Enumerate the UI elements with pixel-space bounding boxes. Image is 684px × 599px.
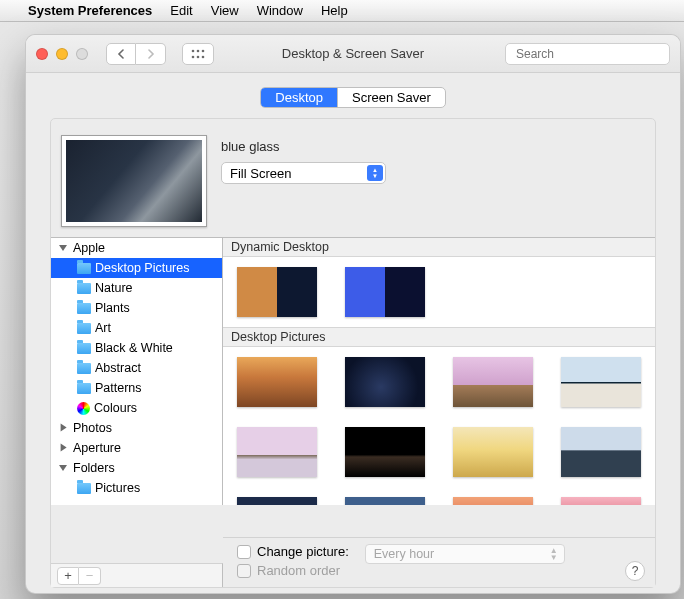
- folder-icon: [77, 483, 91, 494]
- colorwheel-icon: [77, 402, 90, 415]
- desktop-panel: blue glass Fill Screen ▲▼ Apple Desktop …: [50, 118, 656, 588]
- svg-point-2: [202, 49, 205, 52]
- svg-point-0: [192, 49, 195, 52]
- change-interval-select: Every hour ▲▼: [365, 544, 565, 564]
- current-wallpaper-preview: [61, 135, 207, 227]
- tree-label: Colours: [94, 401, 137, 415]
- tree-colours[interactable]: Colours: [51, 398, 222, 418]
- svg-point-4: [197, 55, 200, 58]
- thumb-city-night[interactable]: [345, 427, 425, 477]
- thumb-partial-1[interactable]: [237, 497, 317, 505]
- prefs-window: Desktop & Screen Saver Desktop Screen Sa…: [25, 34, 681, 594]
- chevron-right-icon: [147, 49, 155, 59]
- minimize-button[interactable]: [56, 48, 68, 60]
- thumb-mojave-day[interactable]: [237, 357, 317, 407]
- back-button[interactable]: [106, 43, 136, 65]
- tree-label: Abstract: [95, 361, 141, 375]
- random-order-label: Random order: [257, 563, 340, 578]
- add-folder-button[interactable]: +: [57, 567, 79, 585]
- svg-point-5: [202, 55, 205, 58]
- forward-button[interactable]: [136, 43, 166, 65]
- change-picture-row: Change picture:: [237, 544, 349, 559]
- thumb-desert-rock[interactable]: [453, 357, 533, 407]
- tree-label: Pictures: [95, 481, 140, 495]
- folder-icon: [77, 383, 91, 394]
- svg-point-1: [197, 49, 200, 52]
- menu-edit[interactable]: Edit: [170, 3, 192, 18]
- menu-help[interactable]: Help: [321, 3, 348, 18]
- thumb-dynamic-mojave[interactable]: [237, 267, 317, 317]
- interval-value: Every hour: [374, 547, 434, 561]
- close-button[interactable]: [36, 48, 48, 60]
- folder-icon: [77, 283, 91, 294]
- menu-window[interactable]: Window: [257, 3, 303, 18]
- tab-desktop[interactable]: Desktop: [261, 88, 337, 107]
- desktop-thumbs: [223, 347, 655, 505]
- tree-desktop-pictures[interactable]: Desktop Pictures: [51, 258, 222, 278]
- thumbnail-area[interactable]: Dynamic Desktop Desktop Pictures: [223, 238, 655, 505]
- tree-label: Plants: [95, 301, 130, 315]
- thumb-rock-sea[interactable]: [237, 427, 317, 477]
- tree-art[interactable]: Art: [51, 318, 222, 338]
- app-name-menu[interactable]: System Preferences: [28, 3, 152, 18]
- dynamic-thumbs: [223, 257, 655, 327]
- tree-label: Aperture: [73, 441, 121, 455]
- split-area: Apple Desktop Pictures Nature Plants Art…: [51, 237, 655, 505]
- folder-icon: [77, 323, 91, 334]
- show-all-button[interactable]: [182, 43, 214, 65]
- fit-mode-value: Fill Screen: [230, 166, 291, 181]
- tab-control: Desktop Screen Saver: [260, 87, 445, 108]
- zoom-button: [76, 48, 88, 60]
- traffic-lights: [36, 48, 88, 60]
- svg-point-3: [192, 55, 195, 58]
- disclosure-right-icon: [61, 443, 67, 451]
- help-button[interactable]: ?: [625, 561, 645, 581]
- tabs-row: Desktop Screen Saver: [26, 73, 680, 118]
- wallpaper-name: blue glass: [221, 139, 386, 154]
- tree-apple[interactable]: Apple: [51, 238, 222, 258]
- dropdown-arrows-icon: ▲▼: [550, 548, 558, 561]
- thumb-dynamic-solar[interactable]: [345, 267, 425, 317]
- folder-icon: [77, 343, 91, 354]
- search-input[interactable]: [516, 47, 666, 61]
- tree-patterns[interactable]: Patterns: [51, 378, 222, 398]
- search-field-wrap[interactable]: [505, 43, 670, 65]
- dropdown-stepper-icon: ▲▼: [367, 165, 383, 181]
- menu-view[interactable]: View: [211, 3, 239, 18]
- titlebar: Desktop & Screen Saver: [26, 35, 680, 73]
- folder-icon: [77, 263, 91, 274]
- grid-icon: [191, 49, 205, 59]
- thumb-mojave-night[interactable]: [345, 357, 425, 407]
- tree-nature[interactable]: Nature: [51, 278, 222, 298]
- section-dynamic-desktop: Dynamic Desktop: [223, 238, 655, 257]
- tree-photos[interactable]: Photos: [51, 418, 222, 438]
- thumb-partial-4[interactable]: [561, 497, 641, 505]
- source-tree[interactable]: Apple Desktop Pictures Nature Plants Art…: [51, 238, 223, 505]
- tree-label: Apple: [73, 241, 105, 255]
- thumb-partial-3[interactable]: [453, 497, 533, 505]
- random-order-row: Random order: [237, 563, 349, 578]
- tree-aperture[interactable]: Aperture: [51, 438, 222, 458]
- tree-abstract[interactable]: Abstract: [51, 358, 222, 378]
- remove-folder-button: −: [79, 567, 101, 585]
- preview-row: blue glass Fill Screen ▲▼: [51, 129, 655, 237]
- fit-mode-select[interactable]: Fill Screen ▲▼: [221, 162, 386, 184]
- tree-black-white[interactable]: Black & White: [51, 338, 222, 358]
- thumb-partial-2[interactable]: [345, 497, 425, 505]
- thumb-sea-cliff[interactable]: [561, 427, 641, 477]
- tree-label: Nature: [95, 281, 133, 295]
- tree-label: Folders: [73, 461, 115, 475]
- tree-label: Desktop Pictures: [95, 261, 189, 275]
- thumb-salt-flats[interactable]: [561, 357, 641, 407]
- tree-pictures-folder[interactable]: Pictures: [51, 478, 222, 498]
- change-picture-checkbox[interactable]: [237, 545, 251, 559]
- tree-folders[interactable]: Folders: [51, 458, 222, 478]
- tree-label: Photos: [73, 421, 112, 435]
- folder-icon: [77, 363, 91, 374]
- tab-screen-saver[interactable]: Screen Saver: [337, 88, 445, 107]
- thumb-dune-gold[interactable]: [453, 427, 533, 477]
- random-order-checkbox: [237, 564, 251, 578]
- tree-plants[interactable]: Plants: [51, 298, 222, 318]
- disclosure-down-icon: [59, 465, 67, 471]
- folder-icon: [77, 303, 91, 314]
